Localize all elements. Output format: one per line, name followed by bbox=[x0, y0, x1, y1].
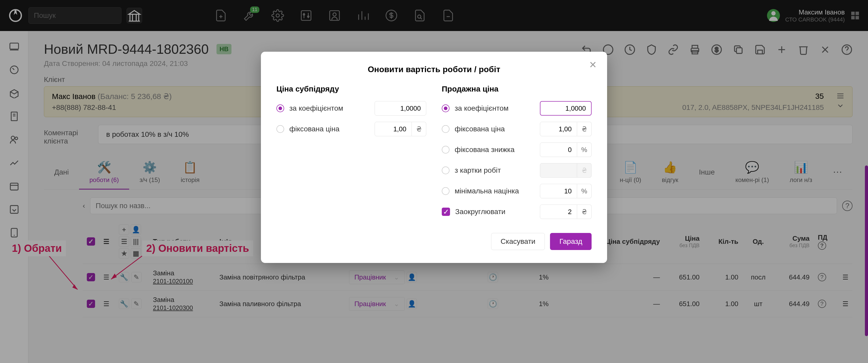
sale-margin-input[interactable] bbox=[540, 184, 577, 198]
sub-fixed-group: ₴ bbox=[375, 122, 426, 136]
sale-card-label: з картки робіт bbox=[455, 166, 535, 174]
sub-fixed-input[interactable] bbox=[375, 122, 412, 136]
sale-fixed-row: фіксована ціна ₴ bbox=[442, 122, 592, 136]
sale-margin-suffix: % bbox=[577, 184, 592, 198]
ok-button[interactable]: Гаразд bbox=[550, 233, 592, 250]
sale-discount-suffix: % bbox=[577, 142, 592, 157]
sale-round-row: ✓ Заокруглювати ₴ bbox=[442, 204, 592, 219]
modal: ✕ Оновити вартість роботи / робіт Ціна с… bbox=[261, 52, 607, 263]
modal-grid: Ціна субпідряду за коефіцієнтом фіксован… bbox=[276, 85, 592, 225]
sale-card-input bbox=[540, 163, 577, 178]
sale-coef-row: за коефіцієнтом bbox=[442, 101, 592, 116]
sub-fixed-row: фіксована ціна ₴ bbox=[276, 122, 426, 136]
round-suffix: ₴ bbox=[577, 204, 592, 219]
sub-fixed-label: фіксована ціна bbox=[289, 125, 369, 133]
round-label: Заокруглювати bbox=[455, 207, 535, 216]
sale-margin-row: мінімальна націнка % bbox=[442, 184, 592, 198]
sale-card-row: з картки робіт ₴ bbox=[442, 163, 592, 178]
cancel-button[interactable]: Скасувати bbox=[491, 233, 545, 250]
sale-coef-label: за коефіцієнтом bbox=[455, 104, 535, 112]
sub-coef-input[interactable] bbox=[375, 101, 426, 116]
sale-fixed-label: фіксована ціна bbox=[455, 125, 535, 133]
modal-title: Оновити вартість роботи / робіт bbox=[276, 65, 592, 74]
col2-title: Продажна ціна bbox=[442, 85, 592, 93]
modal-col-sale: Продажна ціна за коефіцієнтом фіксована … bbox=[442, 85, 592, 225]
sub-fixed-suffix: ₴ bbox=[412, 122, 426, 136]
sale-fixed-suffix: ₴ bbox=[577, 122, 592, 136]
sub-coef-row: за коефіцієнтом bbox=[276, 101, 426, 116]
sale-fixed-radio[interactable] bbox=[442, 125, 450, 133]
col1-title: Ціна субпідряду bbox=[276, 85, 426, 93]
sale-discount-radio[interactable] bbox=[442, 146, 450, 153]
sale-coef-input[interactable] bbox=[540, 101, 592, 116]
modal-col-sub: Ціна субпідряду за коефіцієнтом фіксован… bbox=[276, 85, 426, 225]
sub-fixed-radio[interactable] bbox=[276, 125, 284, 133]
sale-discount-input[interactable] bbox=[540, 142, 577, 157]
sale-margin-label: мінімальна націнка bbox=[455, 187, 535, 195]
sale-card-radio[interactable] bbox=[442, 167, 450, 174]
sale-coef-radio[interactable] bbox=[442, 105, 450, 112]
sub-coef-radio[interactable] bbox=[276, 105, 284, 112]
sale-discount-label: фіксована знижка bbox=[455, 145, 535, 154]
sale-card-suffix: ₴ bbox=[577, 163, 592, 178]
close-icon[interactable]: ✕ bbox=[589, 59, 597, 70]
sale-discount-row: фіксована знижка % bbox=[442, 142, 592, 157]
sale-margin-radio[interactable] bbox=[442, 187, 450, 195]
round-input[interactable] bbox=[540, 204, 577, 219]
sub-coef-label: за коефіцієнтом bbox=[289, 104, 369, 112]
sale-fixed-input[interactable] bbox=[540, 122, 577, 136]
modal-footer: Скасувати Гаразд bbox=[276, 233, 592, 250]
round-checkbox[interactable]: ✓ bbox=[442, 207, 450, 216]
